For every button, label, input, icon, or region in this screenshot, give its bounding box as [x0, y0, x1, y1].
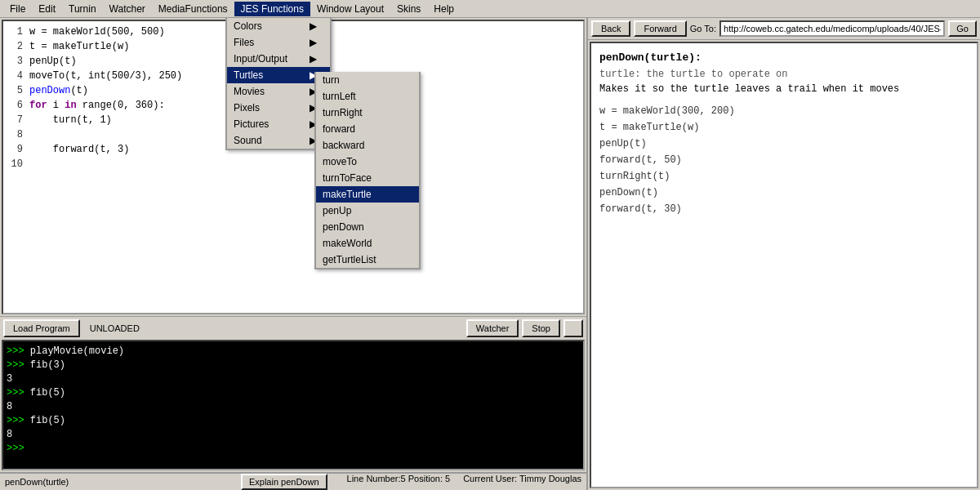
go-to-label: Go To:	[690, 24, 716, 33]
menu-item-moveto[interactable]: moveTo	[316, 154, 419, 170]
console-line: >>> fib(5)	[7, 414, 580, 428]
menu-item-turn[interactable]: turn	[316, 72, 419, 88]
doc-desc: Makes it so the turtle leaves a trail wh…	[599, 83, 969, 95]
menu-item-forward[interactable]: forward	[316, 121, 419, 137]
status-right: Explain penDown Line Number:5 Position: …	[241, 474, 581, 490]
menubar: File Edit Turnin Watcher MediaFunctions …	[0, 0, 980, 18]
menu-turnin[interactable]: Turnin	[62, 2, 103, 16]
load-program-button[interactable]: Load Program	[3, 319, 80, 337]
menu-watcher[interactable]: Watcher	[103, 2, 152, 16]
browser-bar: Back Forward Go To: Go	[588, 18, 980, 40]
status-bar: penDown(turtle) Explain penDown Line Num…	[0, 472, 586, 490]
watcher-button[interactable]: Watcher	[466, 319, 519, 337]
explain-button[interactable]: Explain penDown	[241, 474, 327, 490]
console-line: >>>	[7, 442, 580, 456]
menu-item-makeworld[interactable]: makeWorld	[316, 235, 419, 252]
code-line: 10	[7, 157, 580, 172]
menu-item-turntoface[interactable]: turnToFace	[316, 170, 419, 186]
console-line: >>> fib(3)	[7, 359, 580, 372]
menu-item-turnright[interactable]: turnRight	[316, 105, 419, 121]
menu-window-layout[interactable]: Window Layout	[310, 2, 390, 16]
menu-edit[interactable]: Edit	[32, 2, 62, 16]
menu-skins[interactable]: Skins	[390, 2, 427, 16]
menu-item-colors[interactable]: Colors▶	[227, 18, 330, 34]
menu-item-backward[interactable]: backward	[316, 137, 419, 154]
menu-help[interactable]: Help	[427, 2, 461, 16]
line-info: Line Number:5 Position: 5	[347, 474, 451, 490]
main-container: 1 w = makeWorld(500, 500) 2 t = makeTurt…	[0, 18, 980, 490]
back-button[interactable]: Back	[591, 20, 630, 37]
stop-button[interactable]: Stop	[522, 319, 560, 337]
console-line: 3	[7, 372, 580, 386]
menu-item-turnleft[interactable]: turnLeft	[316, 88, 419, 105]
extra-button[interactable]	[564, 319, 583, 337]
console-line: >>> fib(5)	[7, 386, 580, 400]
menu-file[interactable]: File	[3, 2, 32, 16]
menu-mediafunctions[interactable]: MediaFunctions	[152, 2, 234, 16]
console-area[interactable]: >>> playMovie(movie) >>> fib(3) 3 >>> fi…	[2, 340, 585, 470]
menu-item-input-output[interactable]: Input/Output▶	[227, 51, 330, 67]
right-panel: Back Forward Go To: Go penDown(turtle): …	[588, 18, 980, 490]
forward-button[interactable]: Forward	[634, 20, 686, 37]
console-line: >>> playMovie(movie)	[7, 345, 580, 359]
doc-code: w = makeWorld(300, 200) t = makeTurtle(w…	[599, 103, 969, 217]
user-info: Current User: Timmy Douglas	[463, 474, 581, 490]
menu-item-penup[interactable]: penUp	[316, 203, 419, 219]
doc-title: penDown(turtle):	[599, 51, 969, 64]
menu-item-pendown[interactable]: penDown	[316, 219, 419, 235]
menu-item-maketurtle[interactable]: makeTurtle	[316, 186, 419, 203]
toolbar: Load Program UNLOADED Watcher Stop	[0, 316, 586, 340]
go-button[interactable]: Go	[948, 20, 977, 37]
menu-item-files[interactable]: Files▶	[227, 34, 330, 51]
console-line: 8	[7, 428, 580, 442]
status-text: penDown(turtle)	[5, 477, 241, 487]
console-line: 8	[7, 400, 580, 414]
doc-content: penDown(turtle): turtle: the turtle to o…	[590, 42, 978, 488]
url-input[interactable]	[719, 20, 945, 37]
turtles-submenu: turn turnLeft turnRight forward backward…	[314, 72, 421, 270]
menu-item-getturtlelist[interactable]: getTurtleList	[316, 252, 419, 268]
unloaded-status: UNLOADED	[83, 323, 146, 333]
doc-param: turtle: the turtle to operate on	[599, 69, 969, 80]
toolbar-right: Watcher Stop	[466, 319, 583, 337]
menu-jes-functions[interactable]: JES Functions	[234, 2, 310, 16]
